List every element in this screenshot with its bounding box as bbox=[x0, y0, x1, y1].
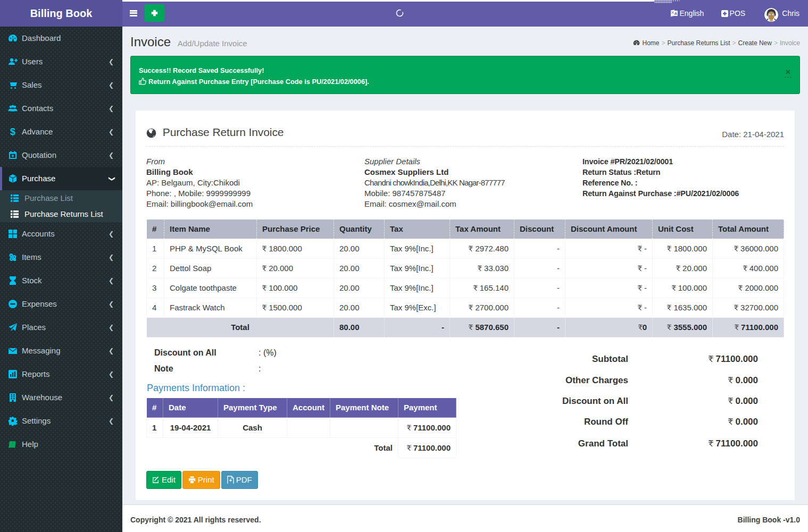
svg-text:A: A bbox=[674, 11, 678, 16]
